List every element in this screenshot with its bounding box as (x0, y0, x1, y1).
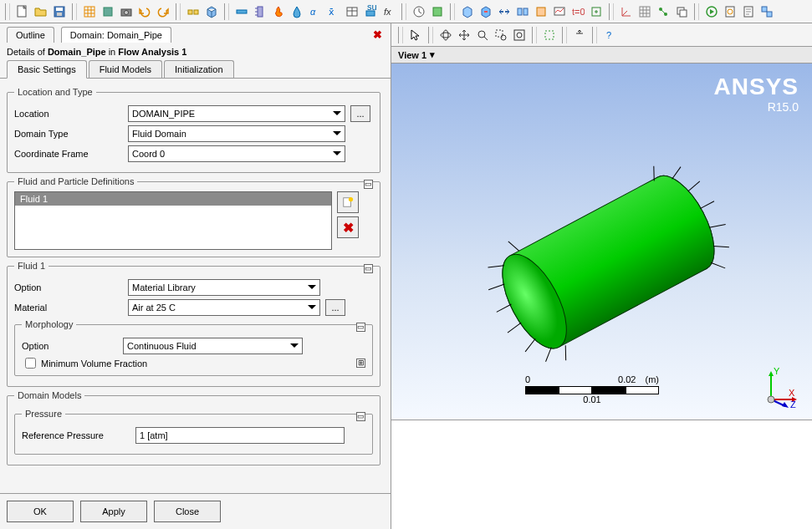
clock-icon[interactable] (411, 4, 426, 19)
select-location[interactable]: DOMAIN_PIPE (128, 105, 345, 122)
close-button[interactable]: Close (154, 501, 221, 522)
cursor-icon[interactable] (408, 28, 423, 43)
details-prefix: Details of (7, 47, 48, 57)
view-header[interactable]: View 1 ▾ (391, 47, 812, 64)
flame-icon[interactable] (271, 4, 286, 19)
select-material[interactable]: Air at 25 C (128, 299, 320, 316)
svg-point-41 (478, 31, 485, 38)
group-title: Pressure (22, 409, 65, 419)
redo-icon[interactable] (156, 4, 171, 19)
output-icon[interactable] (589, 4, 604, 19)
source-icon[interactable] (534, 4, 549, 19)
select-morph-option[interactable]: Continuous Fluid (123, 338, 303, 354)
separator (72, 3, 77, 20)
ok-button[interactable]: OK (7, 501, 74, 522)
svg-line-62 (713, 240, 729, 253)
table-icon[interactable] (345, 4, 360, 19)
svg-marker-72 (782, 402, 789, 408)
collapse-icon[interactable]: ▭ (364, 180, 373, 189)
monitor-icon[interactable] (552, 4, 567, 19)
scale-bar: 0 0.02 (m) 0.01 (525, 374, 659, 404)
tab-outline[interactable]: Outline (7, 27, 54, 43)
camera-icon[interactable] (119, 4, 134, 19)
t0-icon[interactable]: t=0 (570, 4, 585, 19)
scale-start: 0 (525, 374, 530, 384)
scale-ruler (525, 386, 659, 394)
pan-icon[interactable] (457, 28, 472, 43)
mesh-icon[interactable] (82, 4, 97, 19)
solver-icon[interactable] (430, 4, 445, 19)
coord-icon[interactable] (619, 4, 634, 19)
expression-icon[interactable]: α (308, 4, 323, 19)
fluid-list[interactable]: Fluid 1 (14, 191, 332, 250)
select-coord-frame[interactable]: Coord 0 (128, 145, 345, 162)
checkbox-min-vol[interactable] (25, 358, 36, 369)
svg-text:t=0: t=0 (572, 7, 585, 17)
label-location: Location (14, 109, 123, 119)
arrows-icon[interactable] (497, 4, 512, 19)
svg-rect-9 (194, 10, 198, 14)
box1-icon[interactable] (460, 4, 475, 19)
label-domain-type: Domain Type (14, 129, 123, 139)
interface-icon[interactable] (515, 4, 530, 19)
collapse-icon[interactable]: ▭ (364, 264, 373, 273)
multi-icon[interactable] (759, 4, 774, 19)
browse-location-button[interactable]: ... (350, 105, 370, 122)
ansys-logo: ANSYS R15.0 (714, 74, 799, 114)
connect-icon[interactable] (656, 4, 671, 19)
subdomain-icon[interactable]: sub (363, 4, 378, 19)
expand-icon[interactable]: ⊞ (356, 359, 365, 368)
svg-line-56 (559, 345, 572, 360)
open-icon[interactable] (33, 4, 49, 19)
close-tab-icon[interactable]: ✖ (368, 28, 387, 41)
dropdown-icon[interactable]: ▾ (430, 49, 435, 60)
group-pressure: Pressure ▭ Reference Pressure (14, 409, 373, 455)
drop-icon[interactable] (289, 4, 304, 19)
zoom-box-icon[interactable] (493, 28, 508, 43)
box2-icon[interactable] (478, 4, 493, 19)
fit-icon[interactable] (512, 28, 527, 43)
tab-domain[interactable]: Domain: Domain_Pipe (61, 27, 171, 43)
details-mid: in (106, 47, 119, 57)
rotate-icon[interactable] (438, 28, 453, 43)
separator (398, 27, 403, 43)
run-icon[interactable] (704, 4, 719, 19)
delete-fluid-button[interactable]: ✖ (337, 216, 359, 238)
save-icon[interactable] (52, 4, 67, 19)
svg-text:X: X (789, 388, 795, 398)
collapse-icon[interactable]: ▭ (356, 323, 365, 332)
browse-material-button[interactable]: ... (325, 299, 345, 316)
new-icon[interactable] (15, 4, 30, 19)
subtab-basic[interactable]: Basic Settings (7, 60, 87, 79)
connection-icon[interactable] (186, 4, 201, 19)
box-icon[interactable] (204, 4, 219, 19)
subtab-init[interactable]: Initialization (164, 60, 233, 78)
group-domain-models: Domain Models Pressure ▭ Reference Press… (7, 390, 380, 465)
add-fluid-button[interactable] (337, 191, 359, 213)
collapse-icon[interactable]: ▭ (356, 412, 365, 421)
fluid-list-item[interactable]: Fluid 1 (15, 192, 331, 206)
input-ref-pressure[interactable] (135, 427, 345, 444)
subtab-fluid[interactable]: Fluid Models (89, 60, 162, 78)
boundary-icon[interactable] (253, 4, 268, 19)
select-domain-type[interactable]: Fluid Domain (128, 125, 345, 142)
report-icon[interactable] (723, 4, 738, 19)
var-icon[interactable]: x̄ (326, 4, 341, 19)
more-icon[interactable] (572, 28, 587, 43)
fx-icon[interactable]: fx (381, 4, 396, 19)
main-area: Outline Domain: Domain_Pipe ✖ Details of… (0, 23, 812, 529)
select-option[interactable]: Material Library (128, 279, 320, 296)
svg-rect-3 (57, 13, 62, 16)
page-icon[interactable] (741, 4, 756, 19)
undo-icon[interactable] (137, 4, 152, 19)
apply-button[interactable]: Apply (80, 501, 147, 522)
define-icon[interactable] (100, 4, 115, 19)
select-icon[interactable] (542, 28, 557, 43)
flow-icon[interactable] (234, 4, 249, 19)
zoom-icon[interactable] (475, 28, 490, 43)
help-icon[interactable]: ? (602, 28, 617, 43)
mesh2-icon[interactable] (637, 4, 652, 19)
console-area[interactable] (391, 420, 812, 529)
viewport-3d[interactable]: ANSYS R15.0 (391, 64, 812, 420)
copy-icon[interactable] (674, 4, 689, 19)
